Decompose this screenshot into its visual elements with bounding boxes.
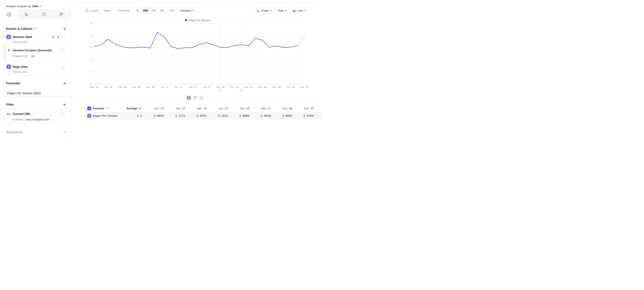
add-event-button[interactable] <box>63 27 66 31</box>
annotation-marker[interactable]: 1 <box>240 89 243 92</box>
date-range-today[interactable]: Today <box>100 8 114 14</box>
kebab-menu-icon[interactable] <box>62 35 63 39</box>
date-column-header[interactable]: Jun 28 <box>271 107 292 110</box>
property-condition[interactable]: Greater than 10 <box>12 54 65 58</box>
date-range-label: 7D <box>136 9 139 12</box>
series-plot[interactable] <box>91 22 312 86</box>
date-column-header[interactable]: Jun 27 <box>250 107 271 110</box>
event-title[interactable]: Session Start <box>12 35 32 39</box>
property-row[interactable]: # Session Duration (Seconds) <box>4 47 65 53</box>
chevron-down-icon[interactable] <box>34 28 36 29</box>
date-column-header[interactable]: Jun 22 <box>146 107 164 110</box>
table-date-headers: Jun 22Jun 23Jun 24Jun 25Jun 26Jun 27Jun … <box>146 107 314 110</box>
date-range-label: 12M <box>169 9 174 12</box>
average-sort-header[interactable]: Average <box>126 107 142 110</box>
date-range-3m[interactable]: 3M <box>150 8 158 14</box>
kebab-menu-icon[interactable] <box>62 48 63 52</box>
table-row[interactable]: Pages Per Session 3.3 3.09353.22313.6991… <box>84 112 322 119</box>
tab-insights[interactable] <box>0 10 18 19</box>
layout-table-button[interactable] <box>198 95 204 101</box>
analyze-label: Analyze Uniques by <box>6 5 31 8</box>
add-formula-button[interactable] <box>63 82 66 85</box>
filter-row[interactable]: Aa Current URL <box>4 111 65 117</box>
date-range-group: CustomTodayYesterday7D30D3M6M12M <box>84 8 176 14</box>
plus-icon <box>63 27 66 31</box>
add-filter-button[interactable] <box>63 103 66 106</box>
kebab-menu-icon[interactable] <box>62 112 63 116</box>
operator-value[interactable]: docs.mixpanel.com <box>26 118 49 121</box>
breakdown-section-header: Breakdown <box>6 130 66 134</box>
operator-label[interactable]: Contains <box>12 118 23 121</box>
filter-icon[interactable] <box>52 36 54 39</box>
date-range-label: Yesterday <box>118 9 130 12</box>
formulas-section-title: Formulas <box>6 82 20 85</box>
legend-series-name: Pages Per Session <box>189 19 210 22</box>
filter-card-current-url: Aa Current URL Contains docs.mixpanel.co… <box>4 110 66 123</box>
check-icon <box>88 115 90 117</box>
cell-value: 3.0935 <box>146 114 164 117</box>
compare-label: Compare <box>180 9 191 12</box>
event-row[interactable]: B Page View <box>4 64 65 70</box>
event-measure[interactable]: Total Events <box>12 41 27 44</box>
date-column-header[interactable]: Jun 23 <box>164 107 185 110</box>
event-card-session-start: A Session Start Total Events # Session D… <box>4 33 66 61</box>
chevron-down-icon <box>284 10 286 11</box>
date-range-6m[interactable]: 6M <box>158 8 167 14</box>
operator-label[interactable]: Greater than <box>12 55 28 58</box>
date-range-12m[interactable]: 12M <box>167 8 176 14</box>
date-range-30d[interactable]: 30D <box>141 8 150 14</box>
calendar-icon <box>85 9 88 13</box>
event-measure[interactable]: Total Events <box>12 70 27 74</box>
chart-legend[interactable]: Pages Per Session <box>185 19 210 22</box>
check-icon <box>88 107 90 109</box>
event-badge: B <box>6 65 11 69</box>
date-column-header[interactable]: Jun 29 <box>292 107 313 110</box>
date-column-header[interactable]: Jun 25 <box>207 107 228 110</box>
tab-retention[interactable] <box>53 10 70 19</box>
analyze-by-selector[interactable]: User <box>32 5 42 8</box>
cell-value: 3.2911 <box>207 114 228 117</box>
event-row[interactable]: A Session Start <box>4 34 65 40</box>
annotation-marker[interactable]: 1 <box>218 89 222 92</box>
filter-condition[interactable]: Contains docs.mixpanel.com <box>12 117 65 122</box>
layout-chart-button[interactable] <box>192 95 198 101</box>
drag-handle-icon[interactable] <box>4 36 6 38</box>
close-icon[interactable] <box>57 36 59 38</box>
event-title[interactable]: Page View <box>12 65 28 69</box>
series-line-projected <box>298 37 304 46</box>
chevron-down-icon <box>270 10 272 11</box>
compare-button[interactable]: Compare <box>178 8 196 14</box>
chart-type-selector[interactable]: Line <box>290 8 309 14</box>
chart-type-label: Line <box>298 9 303 12</box>
date-column-header[interactable]: Jun 24 <box>185 107 206 110</box>
date-range-7d[interactable]: 7D <box>133 8 141 14</box>
analyze-header: Analyze Uniques by User <box>0 3 70 10</box>
formula-expression[interactable]: Pages Per Session (B/A) <box>7 92 41 95</box>
chevron-down-icon <box>108 108 110 109</box>
tab-funnels[interactable] <box>18 10 35 19</box>
date-column-header[interactable]: Jun 26 <box>228 107 249 110</box>
interval-selector[interactable]: Day <box>276 8 288 14</box>
date-range-custom[interactable]: Custom <box>84 8 100 14</box>
plus-icon <box>63 103 66 106</box>
analyze-by-value: User <box>32 5 39 8</box>
kebab-menu-icon[interactable] <box>62 65 63 69</box>
query-builder-sidebar: Analyze Uniques by User <box>0 3 70 145</box>
formula-card[interactable]: Pages Per Session (B/A) <box>4 90 66 97</box>
cell-value: 3.6991 <box>185 114 206 117</box>
layout-split-button[interactable] <box>186 95 192 101</box>
table-group-selector[interactable]: Formula 1 <box>93 107 110 110</box>
legend-swatch <box>185 19 187 21</box>
scale-selector[interactable]: Linear <box>254 8 275 14</box>
operator-value[interactable]: 10 <box>31 55 34 58</box>
date-range-yesterday[interactable]: Yesterday <box>114 8 133 14</box>
event-badge: A <box>6 35 11 39</box>
property-title[interactable]: Session Duration (Seconds) <box>12 49 52 52</box>
plus-icon <box>63 131 66 134</box>
add-breakdown-button[interactable] <box>63 131 66 134</box>
row-checkbox[interactable] <box>87 114 91 118</box>
tab-flows[interactable] <box>35 10 53 19</box>
filter-title[interactable]: Current URL <box>12 112 30 116</box>
select-all-checkbox[interactable] <box>87 107 91 110</box>
group-label: Formula <box>93 107 104 110</box>
